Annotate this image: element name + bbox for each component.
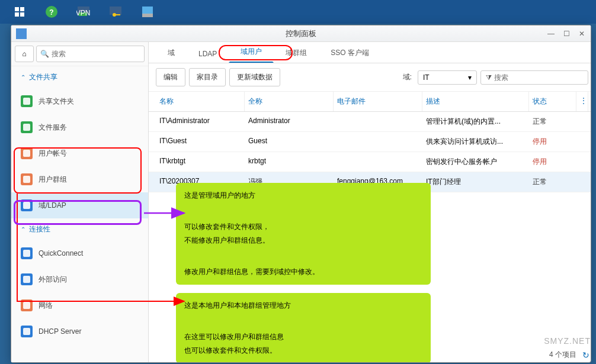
maximize-button[interactable]: ☐ [562,30,571,38]
chevron-icon: ⌃ [21,226,25,233]
sidebar-item-label: 网络 [39,301,53,311]
watermark: SMYZ.NET [544,336,591,346]
sidebar-item[interactable]: QuickConnect [11,240,148,266]
control-panel-window: 控制面板 — ☐ ✕ ⌂ 🔍 ⌃文件共享共享文件夹文件服务用户帐号用户群组域/L… [11,25,591,363]
item-count: 4 个项目 [549,350,576,360]
sidebar-item-label: 用户帐号 [39,149,67,159]
taskbar: ? VPN [0,0,596,24]
svg-rect-20 [23,276,30,283]
domain-icon [21,199,33,211]
cloud-icon [21,247,33,259]
chevron-icon: ⌃ [21,74,25,80]
footer: 4 个项目 ↻ [549,350,589,360]
taskbar-vpn[interactable]: VPN [69,1,98,22]
sidebar-item[interactable]: 共享文件夹 [11,88,148,114]
edit-button[interactable]: 编辑 [156,68,185,86]
svg-rect-0 [15,7,19,11]
user-icon [21,147,33,159]
taskbar-help[interactable]: ? [37,1,66,22]
tab[interactable]: SSO 客户端 [319,42,381,63]
home-icon: ⌂ [22,50,26,58]
network-icon [21,299,33,311]
svg-rect-22 [23,328,30,335]
svg-rect-1 [20,7,24,11]
globe-icon [21,273,33,285]
table-row[interactable]: IT\krbtgtkrbtgt密钥发行中心服务帐户停用 [149,152,591,172]
content: 域LDAP域用户域群组SSO 客户端 编辑 家目录 更新域数据 域: IT▾ ⧩… [149,42,591,362]
users-icon [21,173,33,185]
minimize-button[interactable]: — [547,30,555,38]
sidebar-item-label: 文件服务 [39,123,67,133]
domain-label: 域: [403,72,412,82]
taskbar-apps[interactable] [5,1,34,22]
tab[interactable]: LDAP [187,44,229,63]
vpn-icon: VPN [76,5,91,19]
table-header: 名称 全称 电子邮件 描述 状态 ⋮ [149,92,591,112]
search-icon: 🔍 [40,50,49,58]
tabs: 域LDAP域用户域群组SSO 客户端 [149,42,591,63]
close-button[interactable]: ✕ [578,30,586,38]
sidebar-item[interactable]: 外部访问 [11,266,148,292]
refresh-button[interactable]: ↻ [582,350,589,360]
transfer-icon [21,121,33,133]
folder-icon [21,95,33,107]
home-button[interactable]: ⌂ [15,46,34,62]
sidebar-item-label: 外部访问 [39,275,67,285]
sidebar-item-label: DHCP Server [39,327,81,336]
svg-rect-14 [23,98,30,105]
col-desc[interactable]: 描述 [422,92,529,111]
svg-rect-16 [23,150,30,157]
sidebar-item[interactable]: 域/LDAP [11,192,148,218]
titlebar: 控制面板 — ☐ ✕ [11,25,591,42]
svg-text:VPN: VPN [76,9,90,17]
sidebar-item-label: QuickConnect [39,249,83,257]
sidebar-search-input[interactable] [52,50,140,58]
filter-search[interactable]: ⧩ [480,70,588,85]
tab[interactable]: 域 [156,42,187,63]
col-full[interactable]: 全称 [245,92,334,111]
sidebar: ⌂ 🔍 ⌃文件共享共享文件夹文件服务用户帐号用户群组域/LDAP⌃连接性Quic… [11,42,149,362]
table-row[interactable]: IT\GuestGuest供来宾访问计算机或访...停用 [149,132,591,152]
sidebar-item[interactable]: 用户帐号 [11,140,148,166]
svg-rect-11 [116,14,120,15]
table-row[interactable]: IT\AdministratorAdministrator管理计算机(域)的内置… [149,112,591,132]
tab[interactable]: 域群组 [274,42,319,63]
svg-rect-21 [23,302,30,309]
section-header[interactable]: ⌃连接性 [11,218,148,240]
svg-rect-15 [23,124,30,131]
col-name[interactable]: 名称 [156,92,245,111]
window-icon [16,28,27,39]
sidebar-item[interactable]: 文件服务 [11,114,148,140]
col-more[interactable]: ⋮ [576,92,588,111]
col-status[interactable]: 状态 [529,92,576,111]
home-dir-button[interactable]: 家目录 [189,68,226,86]
tab[interactable]: 域用户 [229,42,274,63]
key-icon [108,5,123,19]
package-icon [140,5,155,19]
sidebar-item[interactable]: DHCP Server [11,318,148,344]
sidebar-item-label: 共享文件夹 [39,96,74,107]
section-header[interactable]: ⌃文件共享 [11,66,148,88]
taskbar-key[interactable] [101,1,130,22]
svg-rect-13 [142,14,153,17]
taskbar-package[interactable] [133,1,162,22]
svg-rect-2 [15,12,19,17]
domain-select[interactable]: IT▾ [418,70,477,85]
sidebar-search[interactable]: 🔍 [36,46,145,62]
chevron-down-icon: ▾ [468,73,472,82]
dhcp-icon [21,326,33,337]
col-email[interactable]: 电子邮件 [334,92,422,111]
svg-rect-18 [23,202,30,209]
sidebar-item[interactable]: 网络 [11,292,148,318]
update-domain-button[interactable]: 更新域数据 [229,68,280,86]
svg-text:?: ? [49,8,53,17]
annotation-1: 这是管理域用户的地方 可以修改套件和文件权限， 不能修改用户和群组信息。 修改用… [176,183,431,285]
filter-search-input[interactable] [494,73,583,82]
svg-rect-17 [23,176,30,183]
sidebar-item-label: 域/LDAP [39,201,66,211]
svg-rect-3 [20,12,24,17]
sidebar-item-label: 用户群组 [39,175,67,185]
annotation-2: 这是本地用户和本地群组管理地方 在这里可以修改用户和群组信息 也可以修改套件和文… [176,293,431,362]
window-title: 控制面板 [286,28,316,39]
sidebar-item[interactable]: 用户群组 [11,166,148,192]
